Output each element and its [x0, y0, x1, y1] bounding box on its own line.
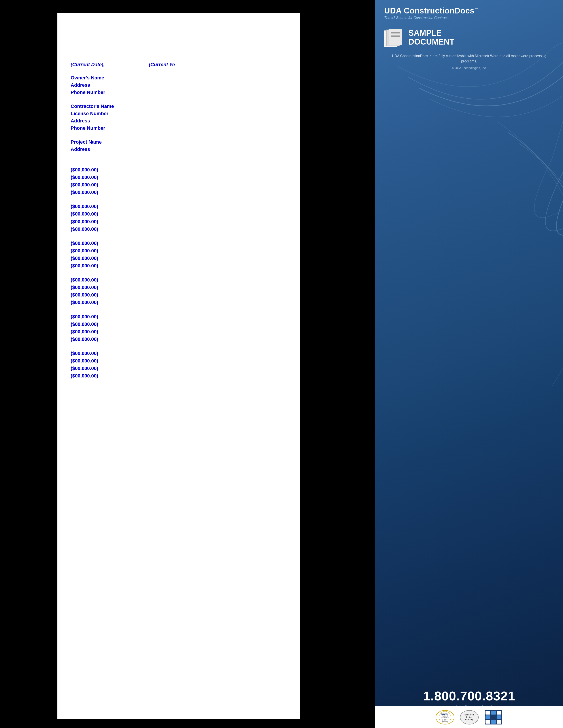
amount-group-1: ($00,000.00) ($00,000.00) ($00,000.00) (…	[71, 166, 287, 196]
amount-3-2: ($00,000.00)	[71, 247, 287, 255]
amount-group-2: ($00,000.00) ($00,000.00) ($00,000.00) (…	[71, 203, 287, 233]
amount-3-1: ($00,000.00)	[71, 240, 287, 247]
amount-5-2: ($00,000.00)	[71, 321, 287, 328]
doc-paper-front	[389, 29, 402, 45]
waves-decoration	[375, 0, 563, 728]
owner-block: Owner's Name Address Phone Number	[71, 74, 287, 96]
amount-6-3: ($00,000.00)	[71, 365, 287, 372]
sample-description: UDA ConstructionDocs™ are fully customiz…	[384, 53, 554, 64]
logos-row: NAHB National Associationof Home Builder…	[375, 706, 563, 728]
amount-group-5: ($00,000.00) ($00,000.00) ($00,000.00) (…	[71, 313, 287, 343]
grid-cell-2	[491, 711, 496, 715]
amount-2-3: ($00,000.00)	[71, 218, 287, 225]
amount-1-3: ($00,000.00)	[71, 181, 287, 189]
project-block: Project Name Address	[71, 138, 287, 153]
project-name: Project Name	[71, 138, 287, 146]
sample-label: SAMPLE DOCUMENT	[409, 29, 454, 46]
owner-phone: Phone Number	[71, 89, 287, 96]
brand-tm: ™	[475, 7, 479, 11]
grid-cell-5	[491, 715, 496, 719]
nahb-text: NAHB	[441, 713, 448, 715]
grid-cell-9	[497, 720, 501, 723]
amount-1-1: ($00,000.00)	[71, 166, 287, 174]
amount-6-1: ($00,000.00)	[71, 350, 287, 357]
document-page: (Current Date), (Current Ye Owner's Name…	[57, 13, 300, 719]
brand-title: UDA ConstructionDocs™	[384, 6, 554, 15]
sample-title-line2: DOCUMENT	[409, 38, 454, 46]
nahb-logo: NAHB National Associationof Home Builder…	[436, 710, 454, 724]
amount-2-4: ($00,000.00)	[71, 225, 287, 233]
owner-address: Address	[71, 81, 287, 89]
amount-6-2: ($00,000.00)	[71, 357, 287, 365]
contractor-block: Contractor's Name License Number Address…	[71, 103, 287, 132]
contractor-phone: Phone Number	[71, 124, 287, 132]
amount-1-2: ($00,000.00)	[71, 174, 287, 181]
amount-5-1: ($00,000.00)	[71, 313, 287, 321]
owner-name: Owner's Name	[71, 74, 287, 81]
brand-title-text: UDA ConstructionDocs	[384, 6, 475, 15]
amounts-section: ($00,000.00) ($00,000.00) ($00,000.00) (…	[71, 166, 287, 380]
contractor-name: Contractor's Name	[71, 103, 287, 110]
grid-cell-6	[497, 715, 501, 719]
grid-cell-1	[486, 711, 490, 715]
amount-3-3: ($00,000.00)	[71, 255, 287, 262]
amount-6-4: ($00,000.00)	[71, 372, 287, 380]
grid-logo	[485, 710, 502, 724]
endorsed-text: Endorsedby theIndustry	[465, 714, 474, 721]
contractor-address: Address	[71, 117, 287, 124]
sidebar: UDA ConstructionDocs™ The #1 Source for …	[375, 0, 563, 728]
grid-cell-8	[491, 720, 496, 723]
grid-cell-7	[486, 720, 490, 723]
amount-4-1: ($00,000.00)	[71, 276, 287, 284]
contractor-license: License Number	[71, 110, 287, 117]
nahb-logo-badge: NAHB National Associationof Home Builder…	[435, 709, 455, 725]
amount-group-4: ($00,000.00) ($00,000.00) ($00,000.00) (…	[71, 276, 287, 306]
amount-5-4: ($00,000.00)	[71, 336, 287, 343]
sample-doc-box: SAMPLE DOCUMENT	[384, 29, 554, 46]
endorsed-logo-badge: Endorsedby theIndustry	[459, 709, 479, 725]
amount-group-3: ($00,000.00) ($00,000.00) ($00,000.00) (…	[71, 240, 287, 270]
amount-4-2: ($00,000.00)	[71, 284, 287, 291]
current-date-right: (Current Ye	[149, 62, 175, 68]
sidebar-header: UDA ConstructionDocs™ The #1 Source for …	[375, 0, 563, 24]
project-address: Address	[71, 146, 287, 153]
phone-number: 1.800.700.8321	[423, 689, 515, 703]
brand-subtitle: The #1 Source for Construction Contracts	[384, 16, 554, 20]
document-area: (Current Date), (Current Ye Owner's Name…	[0, 0, 375, 728]
date-row: (Current Date), (Current Ye	[71, 62, 287, 68]
grid-cell-4	[486, 715, 490, 719]
amount-group-6: ($00,000.00) ($00,000.00) ($00,000.00) (…	[71, 350, 287, 380]
grid-logo-badge	[484, 709, 503, 725]
amount-2-1: ($00,000.00)	[71, 203, 287, 210]
grid-cell-3	[497, 711, 501, 715]
amount-1-4: ($00,000.00)	[71, 189, 287, 196]
sample-title-line1: SAMPLE	[409, 29, 454, 38]
amount-5-3: ($00,000.00)	[71, 328, 287, 336]
amount-4-4: ($00,000.00)	[71, 299, 287, 306]
copyright-text: © UDA Technologies, Inc.	[452, 66, 487, 70]
endorsed-logo: Endorsedby theIndustry	[460, 710, 479, 724]
nahb-inner: NAHB National Associationof Home Builder…	[439, 711, 451, 723]
amount-4-3: ($00,000.00)	[71, 291, 287, 299]
amount-2-2: ($00,000.00)	[71, 210, 287, 218]
nahb-sub-text: National Associationof Home Builders	[439, 715, 451, 722]
amount-3-4: ($00,000.00)	[71, 262, 287, 270]
current-date-left: (Current Date),	[71, 62, 105, 68]
document-icon	[384, 29, 404, 46]
